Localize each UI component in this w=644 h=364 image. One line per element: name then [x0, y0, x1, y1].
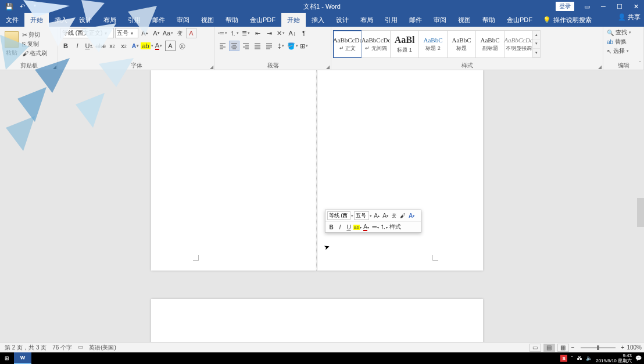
style-↵-正文[interactable]: AaBbCcDc↵ 正文: [333, 30, 362, 58]
mini-grow-font-button[interactable]: A▴: [373, 211, 381, 220]
text-effects-button[interactable]: A▾: [130, 41, 141, 51]
tab-帮助[interactable]: 帮助: [220, 13, 244, 27]
tell-me[interactable]: 💡 操作说明搜索: [538, 13, 596, 27]
mini-numbering-button[interactable]: ⒈▾: [380, 223, 388, 232]
tab-审阅[interactable]: 审阅: [428, 13, 452, 27]
font-launcher-icon[interactable]: ◢: [210, 64, 213, 70]
styles-expand[interactable]: ▾: [533, 49, 540, 57]
minimize-icon[interactable]: ─: [595, 0, 611, 13]
spellcheck-icon[interactable]: ▭: [78, 344, 83, 352]
scrollbar-thumb[interactable]: [637, 198, 644, 227]
qat-more-icon[interactable]: ▾: [30, 3, 40, 10]
font-color-button[interactable]: A▾: [153, 41, 164, 51]
paragraph-launcher-icon[interactable]: ◢: [326, 64, 330, 70]
style-副标题[interactable]: AaBbC副标题: [475, 30, 505, 58]
paste-button[interactable]: 粘贴: [2, 31, 21, 57]
tab-布局[interactable]: 布局: [98, 13, 122, 27]
mini-phonetic-button[interactable]: 变: [390, 211, 398, 220]
phonetic-guide-button[interactable]: 变: [174, 28, 185, 38]
tab-布局[interactable]: 布局: [355, 13, 379, 27]
bold-button[interactable]: B: [60, 41, 71, 51]
style-标题-1[interactable]: AaBl标题 1: [390, 30, 419, 58]
style-标题[interactable]: AaBbC标题: [447, 30, 476, 58]
enclose-characters-button[interactable]: ㊄: [177, 41, 187, 51]
increase-indent-button[interactable]: ⇥: [264, 28, 274, 38]
shading-button[interactable]: 🪣▾: [287, 41, 298, 51]
style-标题-2[interactable]: AaBbC标题 2: [418, 30, 448, 58]
borders-button[interactable]: ⊞▾: [299, 41, 309, 51]
copy-button[interactable]: ⎘复制: [22, 40, 47, 48]
font-size-combo[interactable]: 五号▾: [115, 28, 138, 38]
styles-scroll-up[interactable]: ▴: [533, 31, 540, 39]
tab-引用[interactable]: 引用: [379, 13, 403, 27]
print-layout-button[interactable]: ▤: [543, 344, 555, 352]
mini-font-combo[interactable]: 等线 (西: [327, 211, 350, 220]
styles-launcher-icon[interactable]: ◢: [598, 64, 602, 70]
web-layout-button[interactable]: ▦: [557, 344, 569, 352]
page-1-left[interactable]: [151, 70, 317, 271]
select-button[interactable]: ↖选择▾: [607, 47, 629, 55]
clipboard-launcher-icon[interactable]: ◢: [53, 64, 56, 70]
strikethrough-button[interactable]: abc: [95, 41, 106, 51]
tray-chevron-icon[interactable]: ˄: [571, 355, 574, 361]
tab-引用[interactable]: 引用: [122, 13, 146, 27]
mini-format-painter-button[interactable]: 🖌: [399, 211, 407, 220]
justify-button[interactable]: [252, 41, 263, 51]
sort-button[interactable]: A↓: [287, 28, 298, 38]
replace-button[interactable]: ab替换: [607, 38, 627, 46]
align-center-button[interactable]: [229, 41, 239, 51]
tab-开始[interactable]: 开始: [281, 13, 306, 27]
word-count[interactable]: 76 个字: [52, 344, 72, 352]
show-marks-button[interactable]: ¶: [299, 28, 309, 38]
bullets-button[interactable]: ≔▾: [217, 28, 228, 38]
decrease-indent-button[interactable]: ⇤: [252, 28, 263, 38]
page-indicator[interactable]: 第 2 页，共 3 页: [5, 344, 46, 352]
mini-styles-button[interactable]: 样式: [388, 223, 402, 232]
login-button[interactable]: 登录: [556, 2, 574, 11]
subscript-button[interactable]: x2: [107, 41, 117, 51]
tab-设计[interactable]: 设计: [73, 13, 98, 27]
tab-金山PDF[interactable]: 金山PDF: [244, 13, 281, 27]
read-mode-button[interactable]: ▭: [529, 344, 541, 352]
tab-视图[interactable]: 视图: [195, 13, 220, 27]
change-case-button[interactable]: Aa▾: [163, 28, 173, 38]
font-name-combo[interactable]: 等线 (西文正文)▾: [60, 28, 114, 38]
vertical-scrollbar[interactable]: [637, 70, 644, 342]
tab-邮件[interactable]: 邮件: [146, 13, 171, 27]
language-indicator[interactable]: 英语(美国): [89, 344, 116, 352]
grow-font-button[interactable]: A▴: [139, 28, 150, 38]
mini-bullets-button[interactable]: ≔▾: [371, 223, 379, 232]
underline-button[interactable]: U▾: [84, 41, 94, 51]
network-icon[interactable]: 🖧: [577, 355, 582, 361]
zoom-thumb[interactable]: [597, 345, 599, 350]
tab-开始[interactable]: 开始: [24, 13, 49, 27]
format-painter-button[interactable]: 🖌格式刷: [22, 49, 47, 57]
ribbon-options-icon[interactable]: ▭: [579, 0, 595, 13]
mini-size-combo[interactable]: 五号: [354, 211, 369, 220]
highlight-button[interactable]: ab▾: [142, 41, 152, 51]
style-不明显强调[interactable]: AaBbCcDc不明显强调: [504, 30, 533, 58]
volume-icon[interactable]: 🔈: [586, 355, 592, 361]
tab-金山PDF[interactable]: 金山PDF: [501, 13, 538, 27]
tab-视图[interactable]: 视图: [452, 13, 477, 27]
mini-italic-button[interactable]: I: [336, 223, 344, 232]
zoom-out-button[interactable]: −: [571, 344, 575, 351]
tab-插入[interactable]: 插入: [49, 13, 73, 27]
clear-formatting-button[interactable]: A: [186, 28, 196, 38]
align-right-button[interactable]: [241, 41, 251, 51]
close-icon[interactable]: ✕: [628, 0, 644, 13]
mini-font-color-button[interactable]: A▾: [362, 223, 370, 232]
line-spacing-button[interactable]: ‡▾: [276, 41, 286, 51]
shrink-font-button[interactable]: A▾: [151, 28, 162, 38]
tab-帮助[interactable]: 帮助: [477, 13, 501, 27]
superscript-button[interactable]: x2: [119, 41, 129, 51]
tab-插入[interactable]: 插入: [306, 13, 330, 27]
tab-邮件[interactable]: 邮件: [403, 13, 428, 27]
document-area[interactable]: 等线 (西 ▾ 五号 ▾ A▴ A▾ 变 🖌 A▾ B I U ab▾ A▾ ≔…: [0, 70, 644, 352]
zoom-in-button[interactable]: +: [621, 344, 625, 351]
zoom-level[interactable]: 100%: [627, 344, 642, 351]
chevron-down-icon[interactable]: ▾: [351, 214, 353, 218]
notifications-icon[interactable]: 💬: [635, 355, 642, 361]
asian-layout-button[interactable]: ✕▾: [276, 28, 286, 38]
multilevel-list-button[interactable]: ≣▾: [241, 28, 251, 38]
